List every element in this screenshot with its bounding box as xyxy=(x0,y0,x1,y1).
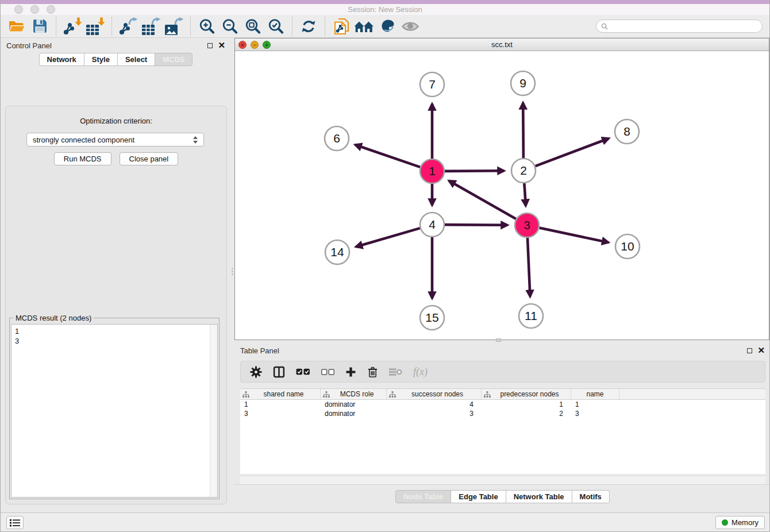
table-cell[interactable]: 2 xyxy=(482,410,571,418)
delete-column-button[interactable] xyxy=(367,366,378,378)
graph-edge-3-10[interactable] xyxy=(540,228,609,242)
network-window-titlebar[interactable]: × – + scc.txt xyxy=(235,38,769,51)
table-row[interactable]: 3dominator323 xyxy=(240,409,765,418)
column-header-predecessor-nodes[interactable]: predecessor nodes xyxy=(482,389,571,399)
tab-select[interactable]: Select xyxy=(117,53,155,66)
graph-node-1[interactable]: 1 xyxy=(420,159,444,183)
graph-edge-1-6[interactable] xyxy=(355,145,420,167)
zoom-fit-button[interactable] xyxy=(241,16,264,37)
graph-node-8[interactable]: 8 xyxy=(615,119,639,144)
tab-mcds[interactable]: MCDS xyxy=(155,53,192,66)
graph-node-9[interactable]: 9 xyxy=(511,71,535,95)
column-header-name[interactable]: name xyxy=(571,389,619,399)
table-row[interactable]: 1dominator411 xyxy=(240,400,765,409)
table-cell[interactable]: 1 xyxy=(482,400,571,408)
graph-node-6[interactable]: 6 xyxy=(325,126,349,151)
hide-panel-button[interactable] xyxy=(399,16,422,37)
zoom-out-button[interactable] xyxy=(218,16,241,37)
table-cell[interactable]: 1 xyxy=(571,400,619,408)
float-panel-icon[interactable] xyxy=(747,348,752,353)
table-cell[interactable]: 1 xyxy=(240,400,321,408)
graph-edge-1-2[interactable] xyxy=(445,171,504,171)
table-horizontal-scrollbar[interactable] xyxy=(240,476,765,484)
export-network-button[interactable] xyxy=(117,16,140,37)
graph-node-10[interactable]: 10 xyxy=(615,234,640,259)
memory-button[interactable]: Memory xyxy=(715,516,765,529)
style-button[interactable] xyxy=(376,16,399,37)
mcds-result-group: MCDS result (2 nodes) 13 xyxy=(9,318,220,499)
save-session-button[interactable] xyxy=(28,16,51,37)
graph-edge-2-9[interactable] xyxy=(523,103,523,158)
toolbar-separator xyxy=(325,17,325,36)
mcds-tab-content: Optimization criterion: strongly connect… xyxy=(5,106,227,504)
table-cell[interactable]: 3 xyxy=(240,410,321,418)
graph-node-3[interactable]: 3 xyxy=(515,213,539,237)
graph-node-4[interactable]: 4 xyxy=(420,213,444,237)
graph-node-15[interactable]: 15 xyxy=(420,306,444,330)
close-panel-icon[interactable]: ✕ xyxy=(218,43,225,48)
tab-edge-table[interactable]: Edge Table xyxy=(451,490,506,503)
run-mcds-button[interactable]: Run MCDS xyxy=(54,152,111,165)
vertical-splitter-handle[interactable] xyxy=(231,264,234,278)
graph-edge-4-3[interactable] xyxy=(445,225,507,225)
optimization-criterion-select[interactable]: strongly connected component xyxy=(26,133,204,147)
horizontal-splitter-handle[interactable] xyxy=(496,338,501,342)
function-builder-button[interactable]: f(x) xyxy=(413,366,428,378)
import-network-button[interactable] xyxy=(61,16,84,37)
close-panel-icon[interactable]: ✕ xyxy=(757,348,765,353)
unselect-all-columns-button[interactable] xyxy=(321,369,334,375)
float-panel-icon[interactable] xyxy=(207,43,213,48)
tab-network-table[interactable]: Network Table xyxy=(506,490,572,503)
delete-table-button[interactable] xyxy=(389,367,402,377)
export-table-button[interactable] xyxy=(140,16,163,37)
zoom-in-button[interactable] xyxy=(195,16,218,37)
import-table-button[interactable] xyxy=(84,16,107,37)
network-window-title: scc.txt xyxy=(235,40,769,49)
toolbar-separator xyxy=(111,17,112,36)
search-field[interactable] xyxy=(596,20,763,33)
graph-node-7[interactable]: 7 xyxy=(420,72,444,97)
graph-node-label: 9 xyxy=(519,76,526,90)
network-view-window: × – + scc.txt 7968124314101511 xyxy=(234,38,769,340)
export-image-button[interactable] xyxy=(163,16,186,37)
clone-network-button[interactable] xyxy=(330,16,353,37)
show-columns-button[interactable] xyxy=(273,366,285,378)
column-header-successor-nodes[interactable]: successor nodes xyxy=(387,389,482,399)
close-panel-button[interactable]: Close panel xyxy=(120,152,179,165)
table-settings-button[interactable] xyxy=(250,366,262,378)
graph-node-14[interactable]: 14 xyxy=(325,240,349,264)
column-header-shared-name[interactable]: shared name xyxy=(240,389,321,399)
graph-edge-3-11[interactable] xyxy=(528,238,530,296)
table-cell[interactable]: 3 xyxy=(387,410,482,418)
home-button[interactable] xyxy=(353,16,376,37)
table-cell[interactable]: 3 xyxy=(571,410,619,418)
tab-motifs[interactable]: Motifs xyxy=(572,490,610,503)
column-type-icon xyxy=(323,391,330,398)
select-all-columns-button[interactable] xyxy=(296,368,310,375)
search-input[interactable] xyxy=(611,21,757,31)
graph-edge-4-14[interactable] xyxy=(356,228,420,246)
mcds-result-area[interactable]: 13 xyxy=(11,324,218,498)
open-session-button[interactable] xyxy=(5,16,28,37)
graph-node-11[interactable]: 11 xyxy=(519,304,543,328)
zoom-selected-button[interactable] xyxy=(264,16,287,37)
graph-edge-3-1[interactable] xyxy=(449,181,516,219)
tab-node-table[interactable]: Node Table xyxy=(395,490,451,503)
create-column-button[interactable] xyxy=(345,367,356,377)
table-cell[interactable]: 4 xyxy=(387,400,482,408)
result-scrollbar[interactable] xyxy=(210,325,217,497)
table-cell[interactable]: dominator xyxy=(321,410,387,418)
tab-network[interactable]: Network xyxy=(39,53,84,66)
tab-style[interactable]: Style xyxy=(84,53,118,66)
search-icon xyxy=(601,23,608,30)
graph-edge-2-8[interactable] xyxy=(536,138,609,166)
apply-layout-button[interactable] xyxy=(297,16,320,37)
network-canvas[interactable]: 7968124314101511 xyxy=(235,51,769,340)
task-history-button[interactable] xyxy=(6,516,24,529)
column-header-MCDS-role[interactable]: MCDS role xyxy=(321,389,387,399)
graph-node-label: 3 xyxy=(523,218,530,232)
graph-node-2[interactable]: 2 xyxy=(511,159,536,183)
optimization-criterion-label: Optimization criterion: xyxy=(6,117,226,125)
table-cell[interactable]: dominator xyxy=(321,400,387,408)
graph-edge-2-3[interactable] xyxy=(524,183,526,206)
